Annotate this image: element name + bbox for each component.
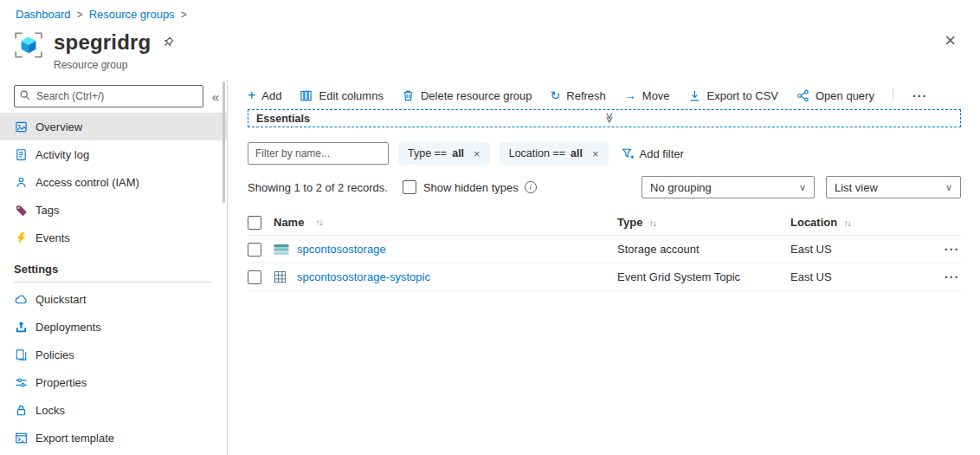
breadcrumb: Dashboard>Resource groups> <box>16 8 193 21</box>
filter-by-name-input[interactable] <box>248 142 389 165</box>
open-query-label: Open query <box>816 89 874 102</box>
sidebar-item-label: Tags <box>35 204 59 217</box>
activity-log-icon <box>14 147 28 161</box>
funnel-plus-icon <box>622 147 635 160</box>
type-filter-pill[interactable]: Type == all × <box>398 142 490 165</box>
essentials-label: Essentials <box>256 113 310 125</box>
sidebar-item-locks[interactable]: Locks <box>0 396 227 424</box>
sidebar-search-input[interactable] <box>14 85 203 107</box>
close-icon[interactable]: × <box>945 31 956 50</box>
refresh-label: Refresh <box>566 89 606 102</box>
double-chevron-down-icon: ≫ <box>603 113 616 124</box>
column-label: Type <box>617 216 642 229</box>
chevron-down-icon: ∨ <box>799 182 806 193</box>
sidebar-item-events[interactable]: Events <box>0 224 227 251</box>
sidebar-scrollbar[interactable] <box>222 81 225 203</box>
resource-group-icon <box>12 29 45 62</box>
pages-icon <box>14 348 28 361</box>
page-title: spegridrg <box>54 30 151 55</box>
column-header-location[interactable]: Location ↑↓ <box>790 216 930 229</box>
deploy-up-arrow-icon <box>14 320 28 334</box>
resource-type: Event Grid System Topic <box>617 270 790 283</box>
breadcrumb-dashboard[interactable]: Dashboard <box>16 8 71 21</box>
refresh-icon: ↻ <box>551 89 561 101</box>
add-filter-button[interactable]: Add filter <box>622 147 684 160</box>
chevron-down-icon: ∨ <box>945 182 952 193</box>
tag-icon <box>14 203 28 217</box>
plus-icon: + <box>248 89 255 101</box>
show-hidden-types-checkbox[interactable] <box>403 180 416 194</box>
row-checkbox[interactable] <box>248 243 261 257</box>
column-label: Location <box>790 216 837 229</box>
sidebar-item-export-template[interactable]: Export template <box>0 424 227 452</box>
grouping-dropdown[interactable]: No grouping ∨ <box>642 176 815 198</box>
move-arrow-icon: → <box>624 89 636 101</box>
pill-label: Type == <box>408 147 447 159</box>
sidebar-item-label: Overview <box>35 120 82 133</box>
table-row[interactable]: spcontosostorage-systopic Event Grid Sys… <box>248 263 961 291</box>
essentials-expander[interactable]: Essentials ≫ <box>248 109 961 127</box>
sliders-icon <box>14 375 28 389</box>
remove-filter-icon[interactable]: × <box>474 147 480 160</box>
sidebar-item-properties[interactable]: Properties <box>0 368 227 396</box>
view-dropdown[interactable]: List view ∨ <box>826 176 961 198</box>
export-to-csv-button[interactable]: Export to CSV <box>688 89 778 102</box>
pin-icon[interactable] <box>161 36 175 49</box>
info-icon: i <box>525 181 537 193</box>
breadcrumb-resource-groups[interactable]: Resource groups <box>89 8 175 21</box>
sidebar-item-access-control[interactable]: Access control (IAM) <box>0 168 227 196</box>
page-subtitle: Resource group <box>54 59 127 71</box>
row-checkbox[interactable] <box>248 270 261 284</box>
resource-location: East US <box>790 270 930 283</box>
sidebar-item-overview[interactable]: Overview <box>0 113 227 140</box>
lightning-icon <box>14 231 28 244</box>
resource-link[interactable]: spcontosostorage <box>297 243 386 256</box>
sidebar-item-label: Events <box>35 231 70 244</box>
breadcrumb-separator: > <box>181 9 187 21</box>
edit-columns-label: Edit columns <box>319 89 383 102</box>
delete-resource-group-button[interactable]: Delete resource group <box>402 89 532 102</box>
view-value: List view <box>835 181 878 194</box>
more-commands-icon[interactable]: ⋯ <box>912 87 927 105</box>
refresh-button[interactable]: ↻ Refresh <box>551 89 606 102</box>
trash-icon <box>402 89 415 102</box>
sidebar-item-tags[interactable]: Tags <box>0 196 227 224</box>
row-more-icon[interactable]: ⋯ <box>930 268 961 286</box>
column-header-name[interactable]: Name ↑↓ <box>274 216 617 229</box>
records-count: Showing 1 to 2 of 2 records. <box>248 181 388 194</box>
move-button[interactable]: → Move <box>624 89 670 102</box>
filter-bar: Type == all × Location == all × Add filt… <box>248 142 684 165</box>
add-label: Add <box>261 89 281 102</box>
select-all-checkbox[interactable] <box>248 216 261 230</box>
collapse-sidebar-icon[interactable]: « <box>210 89 222 104</box>
sidebar-item-quickstart[interactable]: Quickstart <box>0 285 227 313</box>
sidebar-item-label: Access control (IAM) <box>35 176 139 189</box>
divider <box>14 282 213 283</box>
sidebar-section-settings: Settings <box>0 251 227 282</box>
script-window-icon <box>14 431 28 445</box>
sidebar-item-label: Export template <box>35 432 114 445</box>
remove-filter-icon[interactable]: × <box>592 147 599 160</box>
move-label: Move <box>642 89 670 102</box>
add-button[interactable]: + Add <box>248 89 281 102</box>
column-header-type[interactable]: Type ↑↓ <box>617 216 790 229</box>
sidebar: « Overview Activity log Access control (… <box>0 80 228 455</box>
location-filter-pill[interactable]: Location == all × <box>500 142 609 165</box>
columns-icon <box>300 89 313 102</box>
resources-table: Name ↑↓ Type ↑↓ Location ↑↓ <box>248 210 961 291</box>
sidebar-item-deployments[interactable]: Deployments <box>0 313 227 341</box>
resource-link[interactable]: spcontosostorage-systopic <box>297 270 430 283</box>
sidebar-item-policies[interactable]: Policies <box>0 341 227 368</box>
divider <box>893 88 893 102</box>
sidebar-item-activity-log[interactable]: Activity log <box>0 140 227 168</box>
table-row[interactable]: spcontosostorage Storage account East US… <box>248 236 961 263</box>
row-more-icon[interactable]: ⋯ <box>930 240 961 258</box>
query-branch-icon <box>796 89 809 102</box>
open-query-button[interactable]: Open query <box>796 89 874 102</box>
edit-columns-button[interactable]: Edit columns <box>300 89 383 102</box>
sort-icon: ↑↓ <box>315 218 322 227</box>
storage-account-icon <box>274 244 289 256</box>
add-filter-label: Add filter <box>640 147 684 160</box>
sidebar-item-label: Properties <box>35 376 87 389</box>
pill-label: Location == <box>509 147 565 159</box>
